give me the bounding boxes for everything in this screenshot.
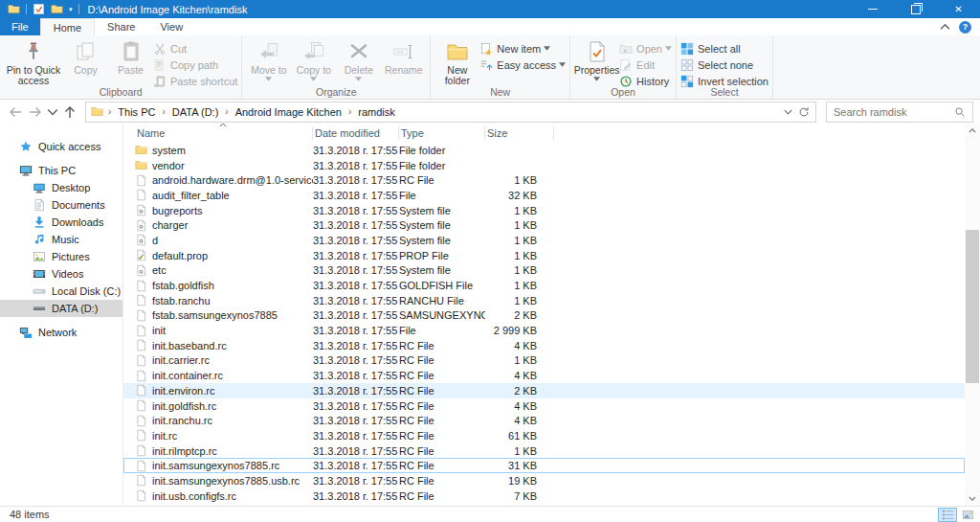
minimize-button[interactable]: [851, 0, 894, 18]
table-row[interactable]: system 31.3.2018 г. 17:55 File folder: [123, 143, 965, 158]
pin-to-quick-access-button[interactable]: Pin to Quick access: [4, 38, 63, 86]
breadcrumb-chevron-icon[interactable]: ›: [222, 106, 231, 117]
scrollbar-thumb[interactable]: [966, 230, 979, 383]
table-row[interactable]: android.hardware.drm@1.0-service.wide...…: [123, 172, 965, 188]
table-row[interactable]: init.rilmptcp.rc 31.3.2018 г. 17:55 RC F…: [123, 443, 965, 459]
file-date-modified: 31.3.2018 г. 17:55: [313, 190, 399, 201]
table-row[interactable]: init.container.rc 31.3.2018 г. 17:55 RC …: [123, 368, 965, 383]
search-input[interactable]: [827, 106, 951, 118]
table-row[interactable]: fstab.goldfish 31.3.2018 г. 17:55 GOLDFI…: [123, 278, 965, 293]
file-size: 4 KB: [485, 400, 554, 412]
select-none-label: Select none: [698, 59, 753, 71]
edit-button: Edit: [619, 57, 672, 73]
table-row[interactable]: audit_filter_table 31.3.2018 г. 17:55 Fi…: [123, 188, 965, 203]
collapse-ribbon-icon[interactable]: [940, 23, 950, 31]
table-row[interactable]: init.usb.configfs.rc 31.3.2018 г. 17:55 …: [123, 488, 965, 504]
sidebar-item-data-d[interactable]: DATA (D:): [0, 300, 122, 317]
sidebar-item-pictures[interactable]: Pictures: [0, 248, 122, 265]
recent-locations-chevron-icon[interactable]: [47, 104, 58, 120]
easy-access-button[interactable]: Easy access: [479, 57, 566, 73]
table-row[interactable]: bugreports 31.3.2018 г. 17:55 System fil…: [123, 203, 965, 218]
breadcrumb-item[interactable]: ramdisk: [354, 106, 399, 118]
vertical-scrollbar[interactable]: [965, 124, 980, 506]
column-header-name[interactable]: Name: [135, 126, 313, 140]
file-name-cell: init.environ.rc: [135, 384, 313, 397]
breadcrumb-chevron-icon[interactable]: ›: [345, 106, 354, 117]
sidebar-item-local-disk-c[interactable]: Local Disk (C:): [0, 283, 122, 300]
maximize-button[interactable]: [894, 0, 937, 18]
file-name-cell: fstab.goldfish: [135, 280, 313, 292]
table-row[interactable]: etc 31.3.2018 г. 17:55 System file 1 KB: [123, 263, 965, 279]
chevron-down-icon: [265, 77, 272, 81]
breadcrumb-chevron-icon[interactable]: ›: [159, 106, 167, 117]
help-icon[interactable]: ?: [959, 21, 971, 34]
table-row[interactable]: d 31.3.2018 г. 17:55 System file 1 KB: [123, 233, 965, 248]
sidebar-item-music[interactable]: Music: [0, 231, 122, 248]
tab-view[interactable]: View: [147, 18, 195, 35]
status-bar: 48 items: [0, 506, 980, 522]
table-row[interactable]: init.rc 31.3.2018 г. 17:55 RC File 61 KB: [123, 428, 965, 443]
column-header-size[interactable]: Size: [485, 126, 554, 140]
table-row[interactable]: init.ranchu.rc 31.3.2018 г. 17:55 RC Fil…: [123, 413, 965, 428]
up-button[interactable]: [61, 104, 78, 120]
sidebar-item-label: Downloads: [52, 216, 103, 228]
qat-customize-chevron-icon[interactable]: ▾: [69, 6, 73, 13]
sidebar-item-this-pc[interactable]: This PC: [0, 162, 122, 179]
table-row[interactable]: init.baseband.rc 31.3.2018 г. 17:55 RC F…: [123, 338, 965, 353]
tab-file[interactable]: File: [0, 18, 40, 35]
new-item-button[interactable]: New item: [479, 40, 566, 57]
table-row[interactable]: default.prop 31.3.2018 г. 17:55 PROP Fil…: [123, 248, 965, 263]
table-row[interactable]: init 31.3.2018 г. 17:55 File 2 999 KB: [123, 323, 965, 338]
back-button[interactable]: [7, 104, 24, 120]
refresh-icon[interactable]: [798, 106, 810, 118]
details-view-button[interactable]: [938, 508, 957, 522]
properties-button[interactable]: Properties: [574, 38, 619, 81]
tab-share[interactable]: Share: [95, 18, 147, 35]
tab-home[interactable]: Home: [40, 18, 95, 35]
sidebar-item-documents[interactable]: Documents: [0, 196, 122, 214]
sidebar-item-quick-access[interactable]: Quick access: [0, 138, 122, 155]
file-date-modified: 31.3.2018 г. 17:55: [313, 280, 399, 291]
file-name-cell: default.prop: [135, 249, 313, 261]
breadcrumb-item[interactable]: DATA (D:): [168, 106, 222, 118]
column-header-date-modified[interactable]: Date modified: [313, 126, 399, 140]
new-folder-button[interactable]: New folder: [434, 38, 479, 86]
forward-button[interactable]: [27, 104, 44, 120]
select-none-button[interactable]: Select none: [680, 57, 768, 73]
table-row[interactable]: charger 31.3.2018 г. 17:55 System file 1…: [123, 217, 965, 233]
select-all-button[interactable]: Select all: [680, 40, 768, 57]
thumbnails-view-button[interactable]: [958, 508, 977, 522]
breadcrumb-item[interactable]: Android Image Kitchen: [232, 106, 345, 118]
table-row[interactable]: init.carrier.rc 31.3.2018 г. 17:55 RC Fi…: [123, 353, 965, 369]
close-button[interactable]: ✕: [937, 0, 980, 18]
breadcrumb-item[interactable]: This PC: [114, 106, 159, 118]
chevron-down-icon: [559, 62, 566, 67]
copy-button: Copy: [63, 38, 108, 76]
table-row[interactable]: fstab.samsungexynos7885 31.3.2018 г. 17:…: [123, 308, 965, 324]
qat-properties-button[interactable]: [33, 3, 45, 15]
easy-access-label: Easy access: [497, 59, 556, 71]
file-size: 4 KB: [485, 415, 554, 426]
sidebar-item-downloads[interactable]: Downloads: [0, 214, 122, 231]
file-size: 1 KB: [485, 295, 554, 306]
breadcrumb-chevron-icon[interactable]: ›: [105, 106, 114, 117]
search-box: [826, 102, 973, 123]
table-row[interactable]: vendor 31.3.2018 г. 17:55 File folder: [123, 158, 965, 173]
qat-new-folder-button[interactable]: [51, 3, 63, 15]
file-date-modified: 31.3.2018 г. 17:55: [313, 264, 399, 276]
table-row[interactable]: init.samsungexynos7885.usb.rc 31.3.2018 …: [123, 473, 965, 488]
sidebar-item-network[interactable]: Network: [0, 324, 122, 341]
sidebar-item-videos[interactable]: Videos: [0, 265, 122, 283]
table-row[interactable]: init.environ.rc 31.3.2018 г. 17:55 RC Fi…: [123, 383, 965, 398]
sidebar-item-desktop[interactable]: Desktop: [0, 179, 122, 196]
address-dropdown-chevron-icon[interactable]: [784, 109, 792, 115]
table-row[interactable]: init.goldfish.rc 31.3.2018 г. 17:55 RC F…: [123, 398, 965, 414]
search-icon[interactable]: [954, 106, 966, 118]
scroll-down-arrow-icon[interactable]: [965, 491, 980, 506]
scroll-up-arrow-icon[interactable]: [965, 124, 980, 138]
table-row[interactable]: init.samsungexynos7885.rc 31.3.2018 г. 1…: [123, 458, 965, 473]
table-row[interactable]: fstab.ranchu 31.3.2018 г. 17:55 RANCHU F…: [123, 293, 965, 308]
address-bar[interactable]: ›This PC›DATA (D:)›Android Image Kitchen…: [85, 102, 816, 123]
column-header-type[interactable]: Type: [399, 126, 485, 140]
scissors-icon: [153, 42, 167, 56]
